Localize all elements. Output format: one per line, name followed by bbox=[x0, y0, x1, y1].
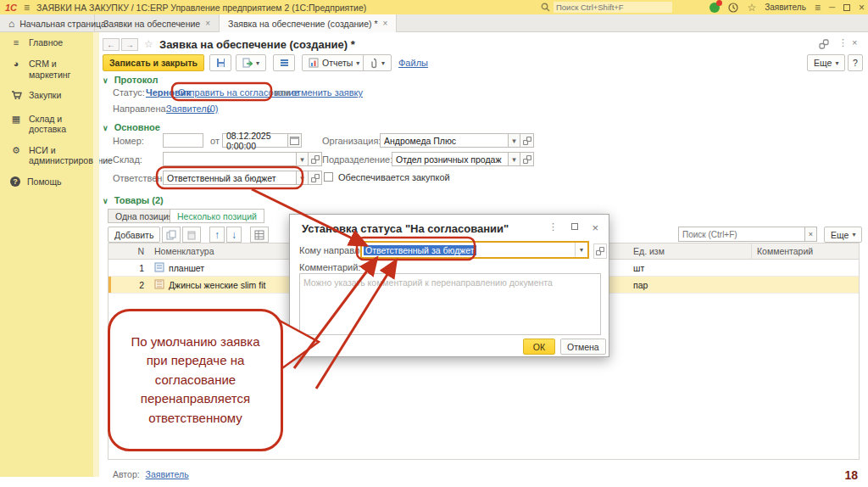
global-search-input[interactable] bbox=[554, 2, 672, 13]
attachments-button[interactable]: ▾ bbox=[363, 54, 392, 71]
notifications-icon[interactable] bbox=[709, 3, 720, 13]
dialog-kebab-icon[interactable]: ⋮ bbox=[548, 221, 558, 232]
restore-button[interactable] bbox=[843, 4, 850, 11]
delete-row-icon[interactable] bbox=[182, 227, 201, 243]
chevron-down-icon: ∨ bbox=[103, 124, 108, 132]
help-button[interactable]: ? bbox=[848, 54, 863, 71]
dialog-title: Установка статуса "На согласовании" bbox=[302, 222, 509, 235]
sidebar-label-help: Помощь bbox=[27, 176, 62, 188]
cancel-request-link[interactable]: отменить заявку bbox=[292, 87, 363, 98]
structure-button[interactable] bbox=[273, 54, 295, 71]
fill-table-icon[interactable] bbox=[250, 227, 269, 243]
dialog-cancel-button[interactable]: Отмена bbox=[560, 339, 606, 355]
copy-row-icon[interactable] bbox=[162, 227, 181, 243]
files-link[interactable]: Файлы bbox=[398, 58, 428, 68]
organization-open-icon[interactable] bbox=[520, 133, 534, 148]
search-clear-icon[interactable]: × bbox=[805, 227, 817, 242]
form-more-button[interactable]: Еще ▾ bbox=[807, 54, 845, 71]
forward-button[interactable]: → bbox=[121, 38, 138, 51]
report-icon bbox=[309, 58, 319, 68]
dialog-ok-button[interactable]: ОК bbox=[523, 339, 555, 355]
department-dropdown-icon[interactable]: ▾ bbox=[509, 152, 520, 166]
add-row-button[interactable]: Добавить bbox=[108, 227, 160, 243]
minimize-button[interactable]: ─ bbox=[829, 3, 835, 12]
chevron-down-icon: ∨ bbox=[103, 197, 108, 205]
hamburger-menu-icon[interactable]: ≡ bbox=[24, 3, 30, 13]
warehouse-label: Склад: bbox=[113, 154, 142, 165]
back-button[interactable]: ← bbox=[103, 38, 120, 51]
organization-input[interactable]: Андромеда Плюс bbox=[380, 133, 509, 148]
main-section-label: Основное bbox=[114, 122, 160, 132]
section-protocol[interactable]: ∨ Протокол bbox=[103, 75, 158, 85]
section-main[interactable]: ∨ Основное bbox=[103, 122, 160, 132]
table-more-button[interactable]: Еще ▾ bbox=[824, 227, 862, 243]
section-goods[interactable]: ∨ Товары (2) bbox=[103, 195, 164, 205]
directed-label: Направлена: bbox=[113, 104, 169, 114]
link-icon[interactable] bbox=[819, 39, 829, 51]
reports-button[interactable]: Отчеты ▾ bbox=[302, 54, 366, 71]
table-search-field[interactable] bbox=[682, 230, 801, 239]
table-more-label: Еще bbox=[831, 230, 849, 240]
sidebar-label-purchases: Закупки bbox=[29, 90, 61, 101]
favorites-star-icon[interactable]: ☆ bbox=[747, 3, 756, 13]
tab-bar: ⌂ Начальная страница Заявки на обеспечен… bbox=[0, 14, 868, 32]
col-num[interactable]: N bbox=[108, 244, 149, 259]
sidebar-item-admin[interactable]: ⚙ НСИ и администрирование bbox=[0, 140, 93, 171]
favorite-star-icon[interactable]: ☆ bbox=[144, 38, 153, 50]
sidebar-item-warehouse[interactable]: ▦ Склад и доставка bbox=[0, 109, 93, 140]
dialog-to-dropdown-icon[interactable]: ▾ bbox=[575, 243, 587, 257]
sidebar-item-purchases[interactable]: Закупки bbox=[0, 85, 93, 108]
dialog-maximize-icon[interactable] bbox=[571, 223, 578, 230]
responsible-open-icon[interactable] bbox=[309, 171, 322, 185]
save-button[interactable] bbox=[209, 54, 231, 71]
form-kebab-icon[interactable]: ⋮ bbox=[838, 37, 848, 48]
window-title: ЗАЯВКИ НА ЗАКУПКУ / 1С:ERP Управление пр… bbox=[36, 3, 366, 13]
tab-home[interactable]: ⌂ Начальная страница bbox=[0, 14, 95, 32]
number-input[interactable] bbox=[163, 133, 203, 148]
help-icon: ? bbox=[10, 176, 20, 187]
directed-user-link[interactable]: Заявитель bbox=[166, 104, 212, 114]
purchase-checkbox[interactable] bbox=[324, 172, 333, 182]
dialog-comment-textarea[interactable] bbox=[299, 273, 601, 335]
responsible-input[interactable]: Ответственный за бюджет bbox=[163, 171, 297, 185]
sidebar-item-main[interactable]: ≡ Главное bbox=[0, 32, 93, 53]
directed-count-link[interactable]: (0) bbox=[207, 104, 218, 114]
history-icon[interactable] bbox=[728, 3, 738, 13]
dialog-to-open-icon[interactable] bbox=[593, 244, 607, 259]
create-based-on-button[interactable]: ▾ bbox=[236, 54, 266, 71]
calendar-icon[interactable] bbox=[288, 133, 302, 148]
global-search[interactable] bbox=[541, 2, 681, 13]
protocol-section-label: Протокол bbox=[114, 75, 159, 85]
tab-supply-request-new[interactable]: Заявка на обеспечение (создание) * × bbox=[220, 14, 397, 32]
department-open-icon[interactable] bbox=[520, 152, 534, 166]
organization-dropdown-icon[interactable]: ▾ bbox=[509, 133, 520, 148]
current-user[interactable]: Заявитель bbox=[765, 3, 806, 12]
warehouse-input[interactable] bbox=[163, 152, 297, 166]
sidebar-item-help[interactable]: ? Помощь bbox=[0, 171, 93, 193]
tab1-close-icon[interactable]: × bbox=[205, 19, 210, 28]
close-window-button[interactable]: × bbox=[859, 3, 865, 13]
col-comment[interactable]: Комментарий bbox=[751, 244, 818, 259]
warehouse-open-icon[interactable] bbox=[309, 152, 322, 166]
date-input[interactable]: 08.12.2025 0:00:00 bbox=[222, 133, 288, 148]
tab2-close-icon[interactable]: × bbox=[383, 19, 388, 28]
dialog-close-icon[interactable]: × bbox=[592, 221, 598, 234]
move-down-icon[interactable]: ↓ bbox=[226, 227, 242, 243]
save-close-button[interactable]: Записать и закрыть bbox=[103, 54, 204, 71]
form-close-icon[interactable]: × bbox=[852, 37, 857, 48]
department-label: Подразделение: bbox=[322, 154, 392, 165]
tab-many-positions[interactable]: Несколько позиций bbox=[170, 209, 264, 223]
author-link[interactable]: Заявитель bbox=[146, 469, 189, 479]
table-search-input[interactable] bbox=[678, 227, 805, 242]
department-input[interactable]: Отдел розничных продаж bbox=[392, 152, 509, 166]
tab-supply-requests[interactable]: Заявки на обеспечение × bbox=[95, 14, 220, 32]
pie-chart-icon: ◕ bbox=[10, 59, 22, 70]
move-up-icon[interactable]: ↑ bbox=[209, 227, 225, 243]
responsible-dropdown-icon[interactable]: ▾ bbox=[297, 171, 309, 185]
service-menu-icon[interactable]: ≡ bbox=[815, 3, 821, 13]
col-unit[interactable]: Ед. изм bbox=[628, 244, 670, 259]
sidebar-item-crm[interactable]: ◕ CRM и маркетинг bbox=[0, 53, 93, 85]
warehouse-dropdown-icon[interactable]: ▾ bbox=[297, 152, 309, 166]
dialog-to-input[interactable]: Ответственный за бюджет ▾ bbox=[360, 241, 589, 259]
col-nomenclature[interactable]: Номенклатура bbox=[149, 244, 219, 259]
